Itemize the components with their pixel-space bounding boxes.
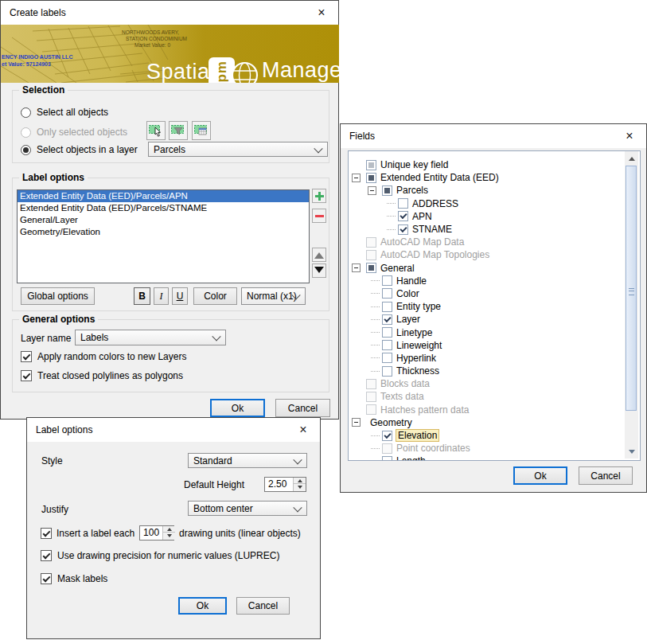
close-icon[interactable]: × bbox=[613, 124, 646, 147]
close-icon[interactable]: × bbox=[286, 418, 320, 441]
tree-checkbox[interactable] bbox=[382, 314, 392, 325]
stepper-up-button[interactable] bbox=[163, 526, 175, 532]
tree-item[interactable]: AutoCAD Map Topologies bbox=[349, 248, 640, 261]
tree-checkbox[interactable] bbox=[382, 431, 392, 441]
tree-checkbox[interactable] bbox=[366, 263, 376, 273]
tree-checkbox[interactable] bbox=[382, 275, 392, 286]
stepper-down-button[interactable] bbox=[163, 532, 175, 540]
tree-checkbox[interactable] bbox=[382, 353, 392, 363]
tree-item[interactable]: Entity type bbox=[349, 300, 640, 313]
bold-button[interactable]: B bbox=[134, 287, 150, 305]
add-label-button[interactable] bbox=[312, 189, 326, 203]
tree-item[interactable]: Geometry bbox=[349, 416, 640, 429]
text-size-combo[interactable]: Normal (x1) bbox=[241, 287, 306, 305]
tree-item[interactable]: Linetype bbox=[349, 326, 640, 338]
closed-polylines-checkbox-row[interactable]: Treat closed polylines as polygons bbox=[21, 370, 183, 381]
tree-item[interactable]: AutoCAD Map Data bbox=[349, 236, 640, 248]
tree-item[interactable]: Color bbox=[349, 287, 640, 300]
tree-item[interactable]: Lineweight bbox=[349, 339, 640, 352]
tree-item[interactable]: APN bbox=[349, 210, 640, 223]
tree-collapse-icon[interactable] bbox=[352, 174, 361, 182]
tree-checkbox[interactable] bbox=[382, 366, 392, 377]
tree-item[interactable]: Unique key field bbox=[349, 158, 640, 171]
tree-checkbox[interactable] bbox=[366, 160, 376, 170]
checkbox-icon[interactable] bbox=[21, 370, 32, 381]
tree-item[interactable]: Thickness bbox=[349, 365, 640, 377]
tree-checkbox[interactable] bbox=[398, 198, 408, 209]
tree-item[interactable]: Blocks data bbox=[349, 377, 640, 390]
luprec-checkbox-row[interactable]: Use drawing precision for numeric values… bbox=[41, 550, 279, 561]
ok-button[interactable]: Ok bbox=[178, 597, 227, 615]
cancel-button[interactable]: Cancel bbox=[579, 466, 633, 485]
checkbox-icon[interactable] bbox=[41, 528, 52, 539]
tree-checkbox[interactable] bbox=[366, 173, 376, 183]
tree-checkbox[interactable] bbox=[398, 224, 408, 235]
move-up-button[interactable] bbox=[312, 248, 326, 262]
tree-checkbox[interactable] bbox=[382, 456, 392, 461]
tree-item[interactable]: Length bbox=[349, 455, 640, 461]
default-height-stepper[interactable]: 2.50 bbox=[264, 477, 306, 492]
label-list-item[interactable]: Geometry/Elevation bbox=[18, 226, 309, 238]
filter-selection-button[interactable] bbox=[169, 121, 188, 140]
radio-icon[interactable] bbox=[21, 107, 31, 118]
tree-item[interactable]: Point coordinates bbox=[349, 442, 640, 455]
label-options-titlebar[interactable]: Label options × bbox=[27, 418, 320, 442]
scroll-down-button[interactable] bbox=[625, 445, 638, 459]
cancel-button[interactable]: Cancel bbox=[275, 399, 330, 417]
checkbox-icon[interactable] bbox=[41, 573, 52, 584]
global-options-button[interactable]: Global options bbox=[21, 287, 95, 305]
select-objects-button[interactable] bbox=[146, 121, 166, 140]
fields-tree[interactable]: Unique key fieldExtended Entity Data (EE… bbox=[348, 150, 641, 461]
stepper-up-button[interactable] bbox=[294, 478, 306, 483]
radio-select-all[interactable]: Select all objects bbox=[21, 107, 108, 118]
checkbox-icon[interactable] bbox=[21, 351, 32, 362]
scroll-up-button[interactable] bbox=[625, 151, 638, 165]
tree-item[interactable]: Layer bbox=[349, 313, 640, 326]
mask-labels-checkbox-row[interactable]: Mask labels bbox=[41, 573, 107, 584]
tree-item[interactable]: STNAME bbox=[349, 223, 640, 236]
tree-checkbox[interactable] bbox=[382, 288, 392, 299]
tree-item[interactable]: ADDRESS bbox=[349, 197, 640, 210]
labels-list[interactable]: Extended Entity Data (EED)/Parcels/APNEx… bbox=[17, 189, 310, 283]
label-list-item[interactable]: Extended Entity Data (EED)/Parcels/STNAM… bbox=[18, 202, 309, 214]
remove-label-button[interactable] bbox=[312, 209, 326, 223]
justify-combo[interactable]: Bottom center bbox=[188, 501, 307, 516]
fields-titlebar[interactable]: Fields × bbox=[341, 124, 646, 148]
checkbox-icon[interactable] bbox=[41, 550, 52, 561]
tree-checkbox[interactable] bbox=[382, 185, 392, 196]
create-labels-titlebar[interactable]: Create labels × bbox=[1, 1, 338, 25]
random-colors-checkbox-row[interactable]: Apply random colors to new Layers bbox=[21, 351, 186, 362]
tree-item[interactable]: Hyperlink bbox=[349, 352, 640, 365]
ok-button[interactable]: Ok bbox=[210, 399, 265, 417]
close-icon[interactable]: × bbox=[305, 1, 338, 24]
tree-scrollbar[interactable] bbox=[625, 151, 638, 459]
move-down-button[interactable] bbox=[312, 263, 326, 278]
tree-collapse-icon[interactable] bbox=[352, 418, 361, 427]
layer-name-combo[interactable]: Labels bbox=[75, 330, 226, 345]
style-combo[interactable]: Standard bbox=[188, 453, 307, 468]
tree-checkbox[interactable] bbox=[382, 340, 392, 350]
tree-item[interactable]: General bbox=[349, 262, 640, 275]
insert-label-checkbox-row[interactable]: Insert a label each 100 drawing units (l… bbox=[41, 525, 301, 541]
tree-item[interactable]: Extended Entity Data (EED) bbox=[349, 171, 640, 184]
insert-interval-stepper[interactable]: 100 bbox=[139, 525, 174, 541]
radio-icon[interactable] bbox=[21, 145, 31, 155]
label-list-item[interactable]: Extended Entity Data (EED)/Parcels/APN bbox=[18, 190, 309, 202]
ok-button[interactable]: Ok bbox=[513, 466, 567, 485]
underline-button[interactable]: U bbox=[172, 287, 188, 305]
stepper-down-button[interactable] bbox=[294, 483, 306, 491]
cancel-button[interactable]: Cancel bbox=[236, 597, 290, 615]
tree-checkbox[interactable] bbox=[382, 327, 392, 338]
italic-button[interactable]: I bbox=[154, 287, 169, 305]
radio-only-selected[interactable]: Only selected objects bbox=[21, 127, 127, 138]
tree-item[interactable]: Handle bbox=[349, 275, 640, 287]
label-list-item[interactable]: General/Layer bbox=[18, 214, 309, 226]
tree-collapse-icon[interactable] bbox=[368, 186, 376, 195]
color-button[interactable]: Color bbox=[193, 287, 237, 305]
scroll-thumb[interactable] bbox=[626, 166, 637, 411]
tree-checkbox[interactable] bbox=[398, 211, 408, 221]
tree-item[interactable]: Parcels bbox=[349, 184, 640, 197]
tree-collapse-icon[interactable] bbox=[352, 263, 361, 272]
tree-item[interactable]: Elevation bbox=[349, 429, 640, 442]
table-selection-button[interactable] bbox=[192, 121, 211, 140]
